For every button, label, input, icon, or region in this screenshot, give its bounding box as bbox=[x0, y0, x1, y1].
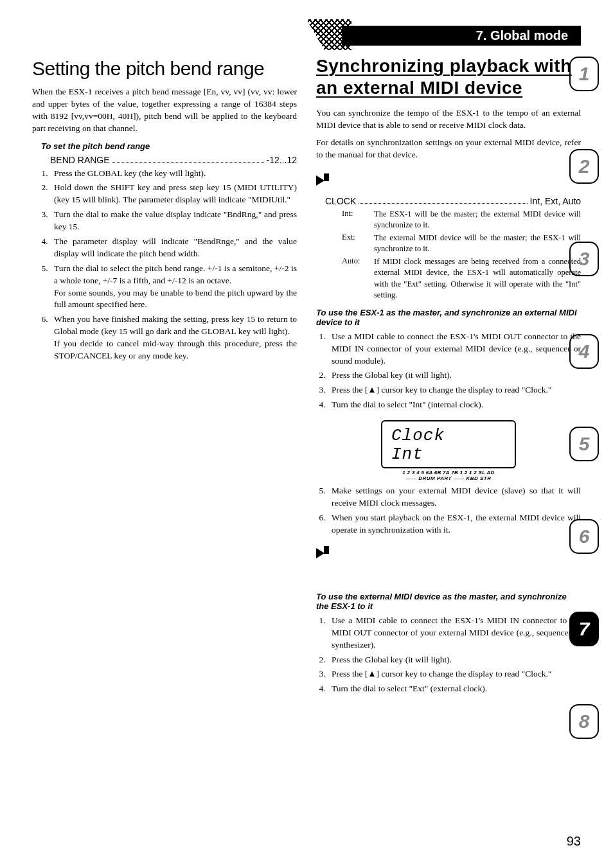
write-icon bbox=[316, 544, 333, 558]
lcd-line2: Int bbox=[391, 445, 506, 464]
tab-4[interactable]: 4 bbox=[569, 334, 599, 369]
table-row: Ext: The external MIDI device will be th… bbox=[342, 233, 581, 255]
lcd-sublabel: —— DRUM PART —— KBD STR bbox=[381, 475, 516, 481]
lcd-display: Clock Int 1 2 3 4 5 6A 6B 7A 7B 1 2 1 2 … bbox=[381, 420, 516, 481]
chapter-tabs: 1 2 3 4 5 6 7 8 bbox=[569, 57, 599, 739]
clock-options: Int: The ESX-1 will be the master; the e… bbox=[342, 209, 581, 301]
lcd-scale: 1 2 3 4 5 6A 6B 7A 7B 1 2 1 2 SL AD bbox=[381, 470, 516, 475]
tab-3[interactable]: 3 bbox=[569, 242, 599, 276]
list-item: When you have finished making the settin… bbox=[50, 314, 297, 362]
table-row: Int: The ESX-1 will be the master; the e… bbox=[342, 209, 581, 231]
pitch-bend-steps: Press the GLOBAL key (the key will light… bbox=[50, 168, 297, 362]
list-item: When you start playback on the ESX-1, th… bbox=[328, 512, 581, 536]
list-item: Use a MIDI cable to connect the ESX-1's … bbox=[328, 331, 581, 368]
param-dots bbox=[112, 155, 264, 163]
param-value: -12...12 bbox=[267, 155, 297, 165]
slave-subhead: To use the external MIDI device as the m… bbox=[316, 592, 581, 611]
tab-5[interactable]: 5 bbox=[569, 427, 599, 461]
list-item: Turn the dial to make the value display … bbox=[50, 209, 297, 233]
tab-1[interactable]: 1 bbox=[569, 57, 599, 91]
sync-title: Synchronizing playback with an external … bbox=[316, 55, 581, 98]
pitch-bend-intro: When the ESX-1 receives a pitch bend mes… bbox=[32, 86, 297, 135]
sync-intro1: You can synchronize the tempo of the ESX… bbox=[316, 107, 581, 132]
lcd-line1: Clock bbox=[391, 427, 506, 445]
pitch-bend-title: Setting the pitch bend range bbox=[32, 58, 297, 80]
tab-6[interactable]: 6 bbox=[569, 519, 599, 554]
page-number: 93 bbox=[567, 834, 581, 849]
list-item: Press the Global key (it will light). bbox=[328, 654, 581, 666]
list-item: Turn the dial to select "Ext" (external … bbox=[328, 683, 581, 695]
list-item: The parameter display will indicate "Ben… bbox=[50, 236, 297, 260]
master-steps: Use a MIDI cable to connect the ESX-1's … bbox=[328, 331, 581, 411]
list-item: Press the [▲] cursor key to change the d… bbox=[328, 668, 581, 680]
bend-range-param: BEND RANGE -12...12 bbox=[50, 155, 297, 165]
list-item: Press the GLOBAL key (the key will light… bbox=[50, 168, 297, 180]
master-steps-cont: Make settings on your external MIDI devi… bbox=[328, 485, 581, 536]
section-header: 7. Global mode bbox=[342, 26, 581, 46]
list-item: Press the Global key (it will light). bbox=[328, 369, 581, 382]
param-dots bbox=[359, 196, 527, 204]
master-subhead: To use the ESX-1 as the master, and sync… bbox=[316, 308, 581, 327]
tab-2[interactable]: 2 bbox=[569, 149, 599, 184]
list-item: Use a MIDI cable to connect the ESX-1's … bbox=[328, 615, 581, 651]
list-item: Make settings on your external MIDI devi… bbox=[328, 485, 581, 509]
list-item: Press the [▲] cursor key to change the d… bbox=[328, 384, 581, 396]
write-icon bbox=[316, 172, 333, 186]
list-item: Turn the dial to select the pitch bend r… bbox=[50, 263, 297, 312]
sync-intro2: For details on synchronization settings … bbox=[316, 137, 581, 161]
slave-steps: Use a MIDI cable to connect the ESX-1's … bbox=[328, 615, 581, 695]
tab-8[interactable]: 8 bbox=[569, 704, 599, 739]
tab-7[interactable]: 7 bbox=[569, 612, 599, 646]
list-item: Turn the dial to select "Int" (internal … bbox=[328, 399, 581, 411]
list-item: Hold down the SHIFT key and press step k… bbox=[50, 182, 297, 206]
clock-param: CLOCK Int, Ext, Auto bbox=[325, 196, 581, 206]
param-name: BEND RANGE bbox=[50, 155, 110, 165]
param-name: CLOCK bbox=[325, 196, 356, 206]
pitch-bend-subhead: To set the pitch bend range bbox=[41, 141, 297, 151]
table-row: Auto: If MIDI clock messages are being r… bbox=[342, 256, 581, 301]
